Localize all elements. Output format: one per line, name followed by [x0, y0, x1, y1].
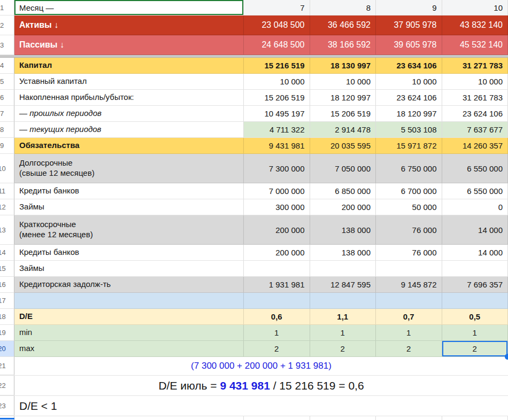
table-cell[interactable]: 20 035 595	[310, 138, 376, 154]
row-header[interactable]: 20	[0, 341, 14, 357]
row-label-cell[interactable]: Кредиты банков	[14, 245, 244, 261]
table-cell[interactable]: 38 166 592	[310, 35, 376, 55]
row-header[interactable]: 11	[0, 183, 14, 199]
table-cell[interactable]: 200 000	[244, 215, 310, 245]
row-label-cell[interactable]: Кредиты банков	[14, 183, 244, 199]
table-cell[interactable]: 6 550 000	[442, 183, 508, 199]
table-cell[interactable]: 31 261 783	[442, 90, 508, 106]
row-label-cell[interactable]: Долгосрочные(свыше 12 месяцев)	[14, 154, 244, 183]
row-label-cell[interactable]: Кредиторская задолж-ть	[14, 277, 244, 293]
table-cell[interactable]: 23 634 106	[376, 58, 442, 74]
row-header[interactable]: 3	[0, 35, 14, 55]
row-header[interactable]: 15	[0, 261, 14, 277]
table-cell[interactable]: 1 931 981	[244, 277, 310, 293]
table-cell[interactable]: 7 696 357	[442, 277, 508, 293]
row-label-cell[interactable]: min	[14, 325, 244, 341]
table-cell[interactable]: 31 271 783	[442, 58, 508, 74]
table-cell[interactable]: 2	[376, 341, 442, 357]
table-cell[interactable]: 24 648 500	[244, 35, 310, 55]
month-label-cell[interactable]: Месяц —	[14, 0, 244, 15]
table-cell[interactable]	[376, 293, 442, 309]
table-cell[interactable]	[244, 293, 310, 309]
row-header[interactable]: 17	[0, 293, 14, 309]
table-cell[interactable]: 18 120 997	[376, 106, 442, 122]
table-cell[interactable]	[442, 293, 508, 309]
table-cell[interactable]: 0,5	[442, 309, 508, 325]
table-cell[interactable]	[442, 261, 508, 277]
table-cell[interactable]: 138 000	[310, 215, 376, 245]
table-cell[interactable]: 300 000	[244, 199, 310, 215]
table-cell[interactable]: 0,6	[244, 309, 310, 325]
table-cell[interactable]	[310, 293, 376, 309]
table-cell[interactable]: 15 206 519	[244, 90, 310, 106]
table-cell[interactable]: 6 850 000	[310, 183, 376, 199]
table-cell[interactable]: 7 637 677	[442, 122, 508, 138]
table-cell[interactable]: 50 000	[376, 199, 442, 215]
table-cell[interactable]: 18 120 997	[310, 90, 376, 106]
row-label-cell[interactable]: — текущих периодов	[14, 122, 244, 138]
table-cell[interactable]: 76 000	[376, 215, 442, 245]
table-cell[interactable]: 7 000 000	[244, 183, 310, 199]
row-header[interactable]: 16	[0, 277, 14, 293]
row-label-cell[interactable]: Капитал	[14, 58, 244, 74]
table-cell[interactable]: 36 466 592	[310, 15, 376, 35]
table-cell[interactable]: 2	[244, 341, 310, 357]
table-cell[interactable]: 6 550 000	[442, 154, 508, 183]
table-cell[interactable]: 43 832 140	[442, 15, 508, 35]
table-cell[interactable]: 14 000	[442, 215, 508, 245]
table-cell[interactable]: 10 000	[376, 74, 442, 90]
row-header[interactable]: 13	[0, 215, 14, 245]
month-cell[interactable]: 10	[442, 0, 508, 15]
row-header[interactable]: 5	[0, 74, 14, 90]
row-label-cell[interactable]: Займы	[14, 261, 244, 277]
table-cell[interactable]: 18 130 997	[310, 58, 376, 74]
row-header[interactable]: 10	[0, 154, 14, 183]
row-header[interactable]: 4	[0, 58, 14, 74]
table-cell[interactable]: 7 300 000	[244, 154, 310, 183]
table-cell[interactable]: 1	[376, 325, 442, 341]
row-label-cell[interactable]: Накопленная прибыль/убыток:	[14, 90, 244, 106]
month-cell[interactable]: 7	[244, 0, 310, 15]
table-cell[interactable]: 6 750 000	[376, 154, 442, 183]
selected-cell[interactable]: 2	[442, 341, 508, 357]
row-label-cell[interactable]: Займы	[14, 199, 244, 215]
table-cell[interactable]: 12 847 595	[310, 277, 376, 293]
criterion-text[interactable]: D/E < 1	[14, 396, 508, 416]
row-label-cell[interactable]: Пассивы ↓	[14, 35, 244, 55]
table-cell[interactable]: 0	[442, 199, 508, 215]
table-cell[interactable]: 14 000	[442, 245, 508, 261]
row-header[interactable]: 12	[0, 199, 14, 215]
month-cell[interactable]: 9	[376, 0, 442, 15]
row-header[interactable]: 2	[0, 15, 14, 35]
table-cell[interactable]: 23 624 106	[442, 106, 508, 122]
row-header[interactable]: 19	[0, 325, 14, 341]
row-header[interactable]: 21	[0, 357, 14, 375]
row-label-cell[interactable]: Активы ↓	[14, 15, 244, 35]
table-cell[interactable]: 1,1	[310, 309, 376, 325]
table-cell[interactable]	[376, 261, 442, 277]
table-cell[interactable]: 45 532 140	[442, 35, 508, 55]
row-header[interactable]: 9	[0, 138, 14, 154]
row-label-cell[interactable]: max	[14, 341, 244, 357]
table-cell[interactable]: 14 260 357	[442, 138, 508, 154]
ratio-formula-text[interactable]: D/E июль = 9 431 981 / 15 216 519 = 0,6	[14, 376, 508, 395]
table-cell[interactable]: 23 624 106	[376, 90, 442, 106]
row-header[interactable]: 8	[0, 122, 14, 138]
sum-formula-text[interactable]: (7 300 000 + 200 000 + 1 931 981)	[14, 357, 508, 375]
row-label-cell[interactable]: Уставный капитал	[14, 74, 244, 90]
row-header[interactable]: 23	[0, 396, 14, 416]
row-label-cell[interactable]	[14, 293, 244, 309]
table-cell[interactable]: 23 048 500	[244, 15, 310, 35]
table-cell[interactable]: 4 711 322	[244, 122, 310, 138]
row-header[interactable]: 1	[0, 0, 14, 15]
table-cell[interactable]: 10 495 197	[244, 106, 310, 122]
table-cell[interactable]: 7 050 000	[310, 154, 376, 183]
table-cell[interactable]: 200 000	[244, 245, 310, 261]
table-cell[interactable]: 200 000	[310, 199, 376, 215]
table-cell[interactable]: 138 000	[310, 245, 376, 261]
table-cell[interactable]: 10 000	[442, 74, 508, 90]
table-cell[interactable]: 10 000	[244, 74, 310, 90]
table-cell[interactable]: 39 605 978	[376, 35, 442, 55]
table-cell[interactable]: 15 206 519	[310, 106, 376, 122]
row-label-cell[interactable]: Обязательства	[14, 138, 244, 154]
